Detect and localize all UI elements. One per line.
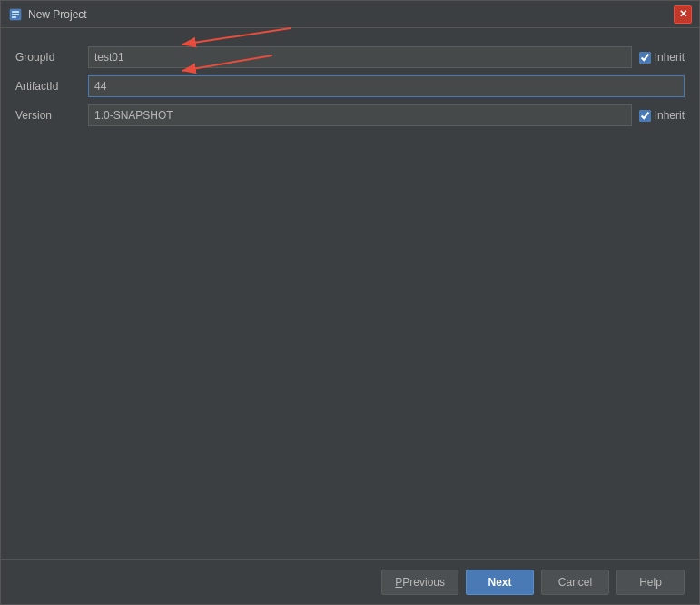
previous-button[interactable]: PPrevious	[381, 570, 458, 595]
svg-line-6	[182, 28, 291, 45]
title-bar-left: New Project	[8, 7, 87, 22]
cancel-label: Cancel	[558, 576, 592, 589]
content-area: GroupId Inherit ArtifactId Version Inher…	[1, 28, 699, 559]
groupid-input[interactable]	[88, 46, 632, 68]
version-inherit-checkbox[interactable]	[639, 110, 651, 122]
help-button[interactable]: Help	[616, 570, 685, 595]
groupid-inherit-label: Inherit	[655, 51, 685, 64]
version-input[interactable]	[88, 104, 632, 126]
window-icon	[8, 7, 23, 22]
version-inherit-container: Inherit	[639, 109, 685, 122]
previous-label: PPrevious	[395, 576, 445, 589]
artifactid-label: ArtifactId	[15, 80, 81, 93]
svg-rect-3	[12, 16, 16, 18]
form-area: GroupId Inherit ArtifactId Version Inher…	[15, 46, 685, 126]
svg-rect-1	[12, 11, 19, 13]
new-project-window: New Project ✕ GroupId Inherit ArtifactId	[0, 0, 700, 605]
footer: PPrevious Next Cancel Help	[1, 559, 699, 604]
groupid-row: GroupId Inherit	[15, 46, 685, 68]
artifactid-input[interactable]	[88, 75, 685, 97]
close-button[interactable]: ✕	[674, 5, 692, 24]
title-bar: New Project ✕	[1, 1, 699, 28]
cancel-button[interactable]: Cancel	[541, 570, 609, 595]
next-button[interactable]: Next	[466, 570, 534, 595]
svg-rect-2	[12, 14, 19, 15]
help-label: Help	[639, 576, 662, 589]
next-label: Next	[488, 576, 511, 589]
artifactid-row: ArtifactId	[15, 75, 685, 97]
window-title: New Project	[28, 8, 87, 21]
groupid-label: GroupId	[15, 51, 81, 64]
version-row: Version Inherit	[15, 104, 685, 126]
version-label: Version	[15, 109, 81, 122]
version-inherit-label: Inherit	[655, 109, 685, 122]
groupid-inherit-checkbox[interactable]	[639, 52, 651, 64]
groupid-inherit-container: Inherit	[639, 51, 685, 64]
